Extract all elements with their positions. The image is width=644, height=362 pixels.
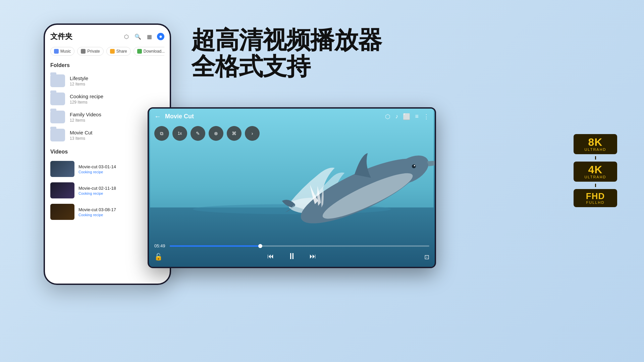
tag-share-label: Share xyxy=(116,49,127,54)
progress-bar[interactable] xyxy=(170,245,429,247)
folder-item-moviecut[interactable]: Movie Cut 13 Items xyxy=(50,126,164,144)
phone-header: 文件夹 ⬡ 🔍 ▦ ● xyxy=(50,32,164,42)
phone-title: 文件夹 xyxy=(50,32,72,42)
heading-area: 超高清视频播放器 全格式支持 xyxy=(191,27,382,80)
badge-4k: 4K ULTRAHD xyxy=(574,162,617,182)
badge-fhd-sub: FULLHD xyxy=(577,200,614,204)
folders-section-label: Folders xyxy=(50,62,164,68)
heading-line2: 全格式支持 xyxy=(191,53,382,80)
svg-point-8 xyxy=(414,165,415,166)
badge-8k-sub: ULTRAHD xyxy=(577,147,614,152)
tag-private[interactable]: Private xyxy=(77,47,103,56)
video-name-2: Movie-cut 02-11-18 xyxy=(78,186,116,191)
tag-private-dot xyxy=(81,49,86,54)
folder-text-cooking: Cooking recipe 129 Items xyxy=(70,94,103,105)
badge-fhd-label: FHD xyxy=(577,192,614,200)
music-note-icon[interactable]: ♪ xyxy=(395,113,398,120)
tag-download[interactable]: Download... xyxy=(133,47,164,56)
folder-name-cooking: Cooking recipe xyxy=(70,94,103,99)
badge-4k-sub: ULTRAHD xyxy=(577,175,614,179)
folder-icon-moviecut xyxy=(50,129,65,141)
video-item-1[interactable]: Movie-cut 03-01-14 Cooking recipe xyxy=(50,158,164,180)
skip-back-button[interactable]: ⏮ xyxy=(267,252,274,260)
folder-count-family: 12 Items xyxy=(70,118,101,123)
folder-name-lifestyle: Lifestyle xyxy=(70,75,88,81)
tag-music-label: Music xyxy=(60,49,71,54)
folder-count-lifestyle: 12 Items xyxy=(70,82,88,86)
folder-count-cooking: 129 Items xyxy=(70,100,103,105)
folder-icon-cooking xyxy=(50,93,65,105)
skip-forward-button[interactable]: ⏭ xyxy=(310,252,316,260)
progress-dot xyxy=(258,244,262,248)
more-controls-button[interactable]: › xyxy=(245,126,260,141)
video-thumb-2 xyxy=(50,182,74,198)
badge-connector-1 xyxy=(595,156,596,160)
more-icon[interactable]: ⋮ xyxy=(423,113,429,120)
folder-name-family: Family Videos xyxy=(70,112,101,117)
player-top-icons: ⬡ ♪ ⬜ ≡ ⋮ xyxy=(385,113,429,120)
player-bottom: 05:49 🔓 ⏮ ⏸ ⏭ ⊡ xyxy=(149,241,435,267)
audio-button[interactable]: ⌘ xyxy=(227,126,241,141)
video-text-1: Movie-cut 03-01-14 Cooking recipe xyxy=(78,164,116,174)
pause-button[interactable]: ⏸ xyxy=(287,251,296,261)
videos-section: Videos Movie-cut 03-01-14 Cooking recipe… xyxy=(50,149,164,223)
progress-row: 05:49 xyxy=(154,243,429,248)
pip-button[interactable]: ⊡ xyxy=(424,253,429,261)
tag-music[interactable]: Music xyxy=(50,47,74,56)
tag-share-dot xyxy=(110,49,115,54)
playlist-icon[interactable]: ≡ xyxy=(415,113,419,120)
video-sub-3: Cooking recipe xyxy=(78,213,116,217)
search-icon[interactable]: 🔍 xyxy=(134,33,142,40)
tag-music-dot xyxy=(54,49,59,54)
folder-item-cooking[interactable]: Cooking recipe 129 Items xyxy=(50,90,164,108)
edit-button[interactable]: ✎ xyxy=(191,126,205,141)
video-text-2: Movie-cut 02-11-18 Cooking recipe xyxy=(78,186,116,195)
heading-line1: 超高清视频播放器 xyxy=(191,27,382,53)
cast-icon[interactable]: ⬡ xyxy=(123,33,130,40)
cast-player-icon[interactable]: ⬡ xyxy=(385,113,390,120)
folder-text-lifestyle: Lifestyle 12 Items xyxy=(70,75,88,86)
folder-text-moviecut: Movie Cut 13 Items xyxy=(70,130,93,141)
badge-connector-2 xyxy=(595,184,596,187)
video-text-3: Movie-cut 03-08-17 Cooking recipe xyxy=(78,207,116,217)
current-time: 05:49 xyxy=(154,243,166,248)
rotate-button[interactable]: ⊗ xyxy=(209,126,223,141)
tag-download-label: Download... xyxy=(144,49,164,54)
folder-icon-lifestyle xyxy=(50,74,65,87)
video-sub-1: Cooking recipe xyxy=(78,170,116,174)
folder-item-lifestyle[interactable]: Lifestyle 12 Items xyxy=(50,72,164,90)
badge-fhd: FHD FULLHD xyxy=(574,189,617,207)
tags-row: Music Private Share Download... xyxy=(50,47,164,56)
video-item-2[interactable]: Movie-cut 02-11-18 Cooking recipe xyxy=(50,180,164,201)
playback-row: 🔓 ⏮ ⏸ ⏭ ⊡ xyxy=(154,251,429,261)
badge-4k-label: 4K xyxy=(577,164,614,175)
folder-icon-family xyxy=(50,111,65,123)
tablet-mockup: ← Movie Cut ⬡ ♪ ⬜ ≡ ⋮ ⧉ 1x ✎ ⊗ ⌘ › 05:49 xyxy=(148,107,436,268)
folder-name-moviecut: Movie Cut xyxy=(70,130,93,135)
speed-button[interactable]: 1x xyxy=(172,126,187,141)
folder-text-family: Family Videos 12 Items xyxy=(70,112,101,123)
badge-8k: 8K ULTRAHD xyxy=(574,134,617,154)
qr-icon[interactable]: ▦ xyxy=(146,33,153,40)
video-name-1: Movie-cut 03-01-14 xyxy=(78,164,116,169)
lock-icon[interactable]: 🔓 xyxy=(154,253,163,261)
video-player: ← Movie Cut ⬡ ♪ ⬜ ≡ ⋮ ⧉ 1x ✎ ⊗ ⌘ › 05:49 xyxy=(149,109,435,267)
badge-8k-label: 8K xyxy=(577,137,614,147)
progress-fill xyxy=(170,245,261,247)
tag-private-label: Private xyxy=(87,49,100,54)
folder-item-family[interactable]: Family Videos 12 Items xyxy=(50,108,164,126)
folder-count-moviecut: 13 Items xyxy=(70,136,93,141)
phone-icon-row: ⬡ 🔍 ▦ ● xyxy=(123,33,164,40)
tag-share[interactable]: Share xyxy=(106,47,131,56)
quality-badges: 8K ULTRAHD 4K ULTRAHD FHD FULLHD xyxy=(574,134,617,207)
video-item-3[interactable]: Movie-cut 03-08-17 Cooking recipe xyxy=(50,201,164,223)
player-controls-top: ⧉ 1x ✎ ⊗ ⌘ › xyxy=(154,126,260,141)
video-thumb-1 xyxy=(50,161,74,177)
video-name-3: Movie-cut 03-08-17 xyxy=(78,207,116,212)
equalizer-button[interactable]: ⧉ xyxy=(154,126,169,141)
back-button[interactable]: ← xyxy=(154,113,161,120)
profile-icon[interactable]: ● xyxy=(157,33,164,40)
player-top-bar: ← Movie Cut ⬡ ♪ ⬜ ≡ ⋮ xyxy=(149,109,435,124)
subtitle-icon[interactable]: ⬜ xyxy=(403,113,410,120)
video-thumb-3 xyxy=(50,204,74,220)
